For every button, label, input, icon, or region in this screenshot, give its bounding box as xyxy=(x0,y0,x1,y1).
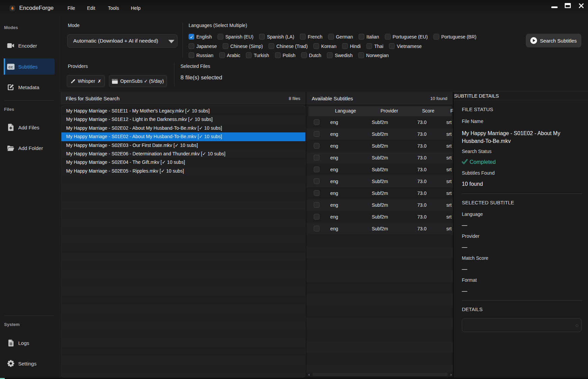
svg-text:CC: CC xyxy=(8,65,13,69)
